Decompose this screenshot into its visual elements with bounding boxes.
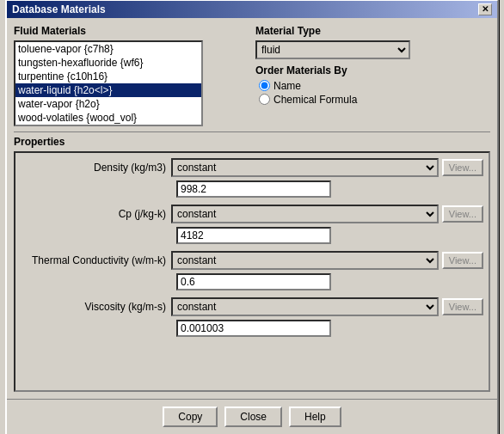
database-materials-window: Database Materials ✕ Fluid Materials tol… <box>5 0 499 434</box>
viscosity-row: Viscosity (kg/m-s) constant View... <box>21 297 483 316</box>
material-type-panel: Material Type fluid solid mixture Order … <box>255 25 490 126</box>
list-item[interactable]: wood-volatiles {wood_vol} <box>15 111 201 125</box>
properties-section: Properties Density (kg/m3) constant View… <box>14 131 490 392</box>
density-row: Density (kg/m3) constant View... <box>21 158 483 177</box>
list-item[interactable]: turpentine {c10h16} <box>15 70 201 83</box>
order-by-label: Order Materials By <box>255 64 490 76</box>
density-view-button[interactable]: View... <box>442 159 483 176</box>
title-bar: Database Materials ✕ <box>7 1 497 18</box>
density-label: Density (kg/m3) <box>21 162 171 174</box>
cp-dropdown[interactable]: constant <box>171 205 439 223</box>
cp-value-row <box>21 227 483 244</box>
window-title: Database Materials <box>12 3 106 15</box>
copy-button[interactable]: Copy <box>163 406 218 427</box>
properties-label: Properties <box>14 136 490 148</box>
thermal-dropdown-row: constant View... <box>171 251 483 270</box>
cp-value-input[interactable] <box>176 227 331 244</box>
thermal-label: Thermal Conductivity (w/m-k) <box>21 254 171 266</box>
cp-row: Cp (j/kg-k) constant View... <box>21 205 483 223</box>
list-item[interactable]: water-vapor {h2o} <box>15 97 201 111</box>
content-area: Fluid Materials toluene-vapor {c7h8} tun… <box>7 18 497 399</box>
top-section: Fluid Materials toluene-vapor {c7h8} tun… <box>14 25 490 126</box>
thermal-value-row <box>21 273 483 290</box>
thermal-dropdown[interactable]: constant <box>171 251 439 270</box>
radio-name-label[interactable]: Name <box>259 80 490 92</box>
viscosity-value-input[interactable] <box>176 320 331 337</box>
radio-name-input[interactable] <box>259 80 270 91</box>
order-materials-panel: Order Materials By Name Chemical Formula <box>255 64 490 106</box>
viscosity-label: Viscosity (kg/m-s) <box>21 301 171 313</box>
help-button[interactable]: Help <box>289 406 341 427</box>
fluid-materials-panel: Fluid Materials toluene-vapor {c7h8} tun… <box>14 25 249 126</box>
fluid-materials-listbox[interactable]: toluene-vapor {c7h8} tungsten-hexafluori… <box>14 40 203 126</box>
fluid-materials-label: Fluid Materials <box>14 25 249 37</box>
radio-formula-input[interactable] <box>259 94 270 105</box>
radio-formula-text: Chemical Formula <box>274 94 357 106</box>
cp-label: Cp (j/kg-k) <box>21 208 171 220</box>
cp-dropdown-row: constant View... <box>171 205 483 223</box>
properties-scroll-area[interactable]: Density (kg/m3) constant View... Cp (j/k… <box>14 151 490 392</box>
close-button[interactable]: Close <box>224 406 282 427</box>
list-item[interactable]: toluene-vapor {c7h8} <box>15 42 201 56</box>
material-type-dropdown[interactable]: fluid solid mixture <box>255 40 410 59</box>
list-item-selected[interactable]: water-liquid {h2o<l>} <box>15 83 201 97</box>
order-radio-group: Name Chemical Formula <box>259 80 490 106</box>
bottom-buttons: Copy Close Help <box>7 399 497 434</box>
density-dropdown[interactable]: constant <box>171 158 439 177</box>
thermal-row: Thermal Conductivity (w/m-k) constant Vi… <box>21 251 483 270</box>
density-value-input[interactable] <box>176 180 331 198</box>
radio-formula-label[interactable]: Chemical Formula <box>259 94 490 106</box>
viscosity-view-button[interactable]: View... <box>442 298 483 315</box>
close-icon[interactable]: ✕ <box>478 3 492 15</box>
thermal-view-button[interactable]: View... <box>442 252 483 269</box>
viscosity-dropdown[interactable]: constant <box>171 297 439 316</box>
viscosity-dropdown-row: constant View... <box>171 297 483 316</box>
density-value-row <box>21 180 483 198</box>
thermal-value-input[interactable] <box>176 273 331 290</box>
list-item[interactable]: tungsten-hexafluoride {wf6} <box>15 56 201 70</box>
material-type-label: Material Type <box>255 25 490 37</box>
density-dropdown-row: constant View... <box>171 158 483 177</box>
cp-view-button[interactable]: View... <box>442 205 483 223</box>
viscosity-value-row <box>21 320 483 337</box>
radio-name-text: Name <box>274 80 301 92</box>
